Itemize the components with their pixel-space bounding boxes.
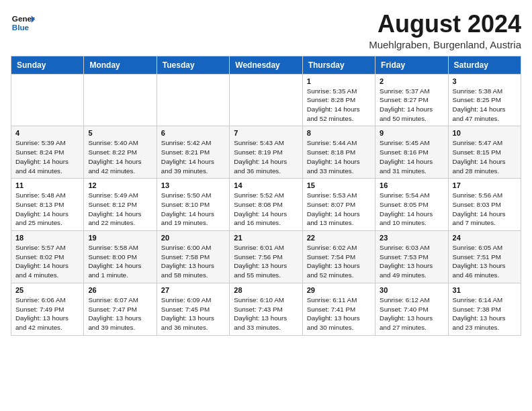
day-cell bbox=[11, 74, 84, 126]
title-block: August 2024 Muehlgraben, Burgenland, Aus… bbox=[369, 11, 521, 50]
day-number: 31 bbox=[453, 286, 517, 294]
day-info: Sunrise: 5:54 AM Sunset: 8:05 PM Dayligh… bbox=[380, 191, 443, 228]
weekday-header-thursday: Thursday bbox=[302, 56, 375, 74]
day-number: 7 bbox=[234, 129, 298, 137]
day-info: Sunrise: 5:56 AM Sunset: 8:03 PM Dayligh… bbox=[453, 191, 517, 228]
day-cell: 1Sunrise: 5:35 AM Sunset: 8:28 PM Daylig… bbox=[302, 74, 375, 126]
week-row-2: 4Sunrise: 5:39 AM Sunset: 8:24 PM Daylig… bbox=[11, 126, 521, 179]
day-number: 22 bbox=[307, 234, 371, 242]
day-cell: 14Sunrise: 5:52 AM Sunset: 8:08 PM Dayli… bbox=[230, 179, 302, 231]
day-info: Sunrise: 6:01 AM Sunset: 7:56 PM Dayligh… bbox=[234, 243, 298, 280]
page-header: General Blue August 2024 Muehlgraben, Bu… bbox=[11, 11, 521, 50]
weekday-header-sunday: Sunday bbox=[11, 56, 84, 74]
week-row-3: 11Sunrise: 5:48 AM Sunset: 8:13 PM Dayli… bbox=[11, 179, 521, 231]
day-cell: 26Sunrise: 6:07 AM Sunset: 7:47 PM Dayli… bbox=[84, 283, 157, 335]
logo-icon: General Blue bbox=[11, 11, 35, 35]
day-number: 5 bbox=[88, 129, 152, 137]
day-info: Sunrise: 5:38 AM Sunset: 8:25 PM Dayligh… bbox=[453, 87, 517, 124]
day-cell: 7Sunrise: 5:43 AM Sunset: 8:19 PM Daylig… bbox=[230, 126, 302, 179]
day-cell: 30Sunrise: 6:12 AM Sunset: 7:40 PM Dayli… bbox=[375, 283, 448, 335]
day-info: Sunrise: 5:45 AM Sunset: 8:16 PM Dayligh… bbox=[380, 138, 443, 175]
day-number: 2 bbox=[380, 77, 443, 85]
day-cell: 6Sunrise: 5:42 AM Sunset: 8:21 PM Daylig… bbox=[157, 126, 229, 179]
day-number: 10 bbox=[453, 129, 517, 137]
day-number: 13 bbox=[161, 181, 225, 189]
day-cell: 15Sunrise: 5:53 AM Sunset: 8:07 PM Dayli… bbox=[302, 179, 375, 231]
day-cell: 28Sunrise: 6:10 AM Sunset: 7:43 PM Dayli… bbox=[230, 283, 302, 335]
day-cell: 5Sunrise: 5:40 AM Sunset: 8:22 PM Daylig… bbox=[84, 126, 157, 179]
day-number: 6 bbox=[161, 129, 225, 137]
day-cell: 17Sunrise: 5:56 AM Sunset: 8:03 PM Dayli… bbox=[448, 179, 521, 231]
logo: General Blue bbox=[11, 11, 35, 35]
day-number: 1 bbox=[307, 77, 371, 85]
day-info: Sunrise: 6:14 AM Sunset: 7:38 PM Dayligh… bbox=[453, 295, 517, 332]
day-info: Sunrise: 6:07 AM Sunset: 7:47 PM Dayligh… bbox=[88, 295, 152, 332]
week-row-1: 1Sunrise: 5:35 AM Sunset: 8:28 PM Daylig… bbox=[11, 74, 521, 126]
day-cell: 9Sunrise: 5:45 AM Sunset: 8:16 PM Daylig… bbox=[375, 126, 448, 179]
day-info: Sunrise: 5:40 AM Sunset: 8:22 PM Dayligh… bbox=[88, 138, 152, 175]
day-cell: 22Sunrise: 6:02 AM Sunset: 7:54 PM Dayli… bbox=[302, 231, 375, 283]
day-info: Sunrise: 5:39 AM Sunset: 8:24 PM Dayligh… bbox=[15, 138, 79, 175]
day-number: 29 bbox=[307, 286, 371, 294]
day-info: Sunrise: 5:57 AM Sunset: 8:02 PM Dayligh… bbox=[15, 243, 79, 280]
day-info: Sunrise: 6:06 AM Sunset: 7:49 PM Dayligh… bbox=[15, 295, 79, 332]
day-cell: 16Sunrise: 5:54 AM Sunset: 8:05 PM Dayli… bbox=[375, 179, 448, 231]
day-cell: 12Sunrise: 5:49 AM Sunset: 8:12 PM Dayli… bbox=[84, 179, 157, 231]
weekday-header-wednesday: Wednesday bbox=[230, 56, 302, 74]
day-number: 25 bbox=[15, 286, 79, 294]
day-info: Sunrise: 6:12 AM Sunset: 7:40 PM Dayligh… bbox=[380, 295, 443, 332]
week-row-5: 25Sunrise: 6:06 AM Sunset: 7:49 PM Dayli… bbox=[11, 283, 521, 335]
day-cell: 27Sunrise: 6:09 AM Sunset: 7:45 PM Dayli… bbox=[157, 283, 229, 335]
location-title: Muehlgraben, Burgenland, Austria bbox=[369, 39, 521, 50]
day-number: 4 bbox=[15, 129, 79, 137]
day-info: Sunrise: 6:00 AM Sunset: 7:58 PM Dayligh… bbox=[161, 243, 225, 280]
day-cell: 25Sunrise: 6:06 AM Sunset: 7:49 PM Dayli… bbox=[11, 283, 84, 335]
day-info: Sunrise: 5:37 AM Sunset: 8:27 PM Dayligh… bbox=[380, 87, 443, 124]
day-number: 28 bbox=[234, 286, 298, 294]
svg-text:Blue: Blue bbox=[12, 23, 30, 32]
day-cell: 10Sunrise: 5:47 AM Sunset: 8:15 PM Dayli… bbox=[448, 126, 521, 179]
week-row-4: 18Sunrise: 5:57 AM Sunset: 8:02 PM Dayli… bbox=[11, 231, 521, 283]
day-cell: 8Sunrise: 5:44 AM Sunset: 8:18 PM Daylig… bbox=[302, 126, 375, 179]
day-info: Sunrise: 5:44 AM Sunset: 8:18 PM Dayligh… bbox=[307, 138, 371, 175]
weekday-header-tuesday: Tuesday bbox=[157, 56, 229, 74]
day-info: Sunrise: 5:42 AM Sunset: 8:21 PM Dayligh… bbox=[161, 138, 225, 175]
day-info: Sunrise: 5:35 AM Sunset: 8:28 PM Dayligh… bbox=[307, 87, 371, 124]
day-number: 30 bbox=[380, 286, 443, 294]
weekday-header-row: SundayMondayTuesdayWednesdayThursdayFrid… bbox=[11, 56, 521, 74]
day-number: 14 bbox=[234, 181, 298, 189]
day-number: 24 bbox=[453, 234, 517, 242]
day-cell: 4Sunrise: 5:39 AM Sunset: 8:24 PM Daylig… bbox=[11, 126, 84, 179]
day-info: Sunrise: 5:47 AM Sunset: 8:15 PM Dayligh… bbox=[453, 138, 517, 175]
day-number: 11 bbox=[15, 181, 79, 189]
day-info: Sunrise: 6:05 AM Sunset: 7:51 PM Dayligh… bbox=[453, 243, 517, 280]
day-cell: 24Sunrise: 6:05 AM Sunset: 7:51 PM Dayli… bbox=[448, 231, 521, 283]
day-cell: 18Sunrise: 5:57 AM Sunset: 8:02 PM Dayli… bbox=[11, 231, 84, 283]
day-cell: 2Sunrise: 5:37 AM Sunset: 8:27 PM Daylig… bbox=[375, 74, 448, 126]
day-cell bbox=[84, 74, 157, 126]
day-number: 9 bbox=[380, 129, 443, 137]
calendar-table: SundayMondayTuesdayWednesdayThursdayFrid… bbox=[11, 56, 521, 336]
day-info: Sunrise: 5:53 AM Sunset: 8:07 PM Dayligh… bbox=[307, 191, 371, 228]
day-number: 16 bbox=[380, 181, 443, 189]
day-number: 21 bbox=[234, 234, 298, 242]
weekday-header-saturday: Saturday bbox=[448, 56, 521, 74]
day-info: Sunrise: 5:50 AM Sunset: 8:10 PM Dayligh… bbox=[161, 191, 225, 228]
day-info: Sunrise: 5:48 AM Sunset: 8:13 PM Dayligh… bbox=[15, 191, 79, 228]
day-number: 15 bbox=[307, 181, 371, 189]
day-cell: 11Sunrise: 5:48 AM Sunset: 8:13 PM Dayli… bbox=[11, 179, 84, 231]
day-cell: 20Sunrise: 6:00 AM Sunset: 7:58 PM Dayli… bbox=[157, 231, 229, 283]
day-cell: 19Sunrise: 5:58 AM Sunset: 8:00 PM Dayli… bbox=[84, 231, 157, 283]
day-cell: 31Sunrise: 6:14 AM Sunset: 7:38 PM Dayli… bbox=[448, 283, 521, 335]
day-cell: 13Sunrise: 5:50 AM Sunset: 8:10 PM Dayli… bbox=[157, 179, 229, 231]
day-cell: 21Sunrise: 6:01 AM Sunset: 7:56 PM Dayli… bbox=[230, 231, 302, 283]
day-number: 8 bbox=[307, 129, 371, 137]
day-info: Sunrise: 6:10 AM Sunset: 7:43 PM Dayligh… bbox=[234, 295, 298, 332]
day-info: Sunrise: 6:11 AM Sunset: 7:41 PM Dayligh… bbox=[307, 295, 371, 332]
day-cell: 3Sunrise: 5:38 AM Sunset: 8:25 PM Daylig… bbox=[448, 74, 521, 126]
day-info: Sunrise: 6:03 AM Sunset: 7:53 PM Dayligh… bbox=[380, 243, 443, 280]
day-info: Sunrise: 5:52 AM Sunset: 8:08 PM Dayligh… bbox=[234, 191, 298, 228]
day-info: Sunrise: 5:58 AM Sunset: 8:00 PM Dayligh… bbox=[88, 243, 152, 280]
day-cell bbox=[157, 74, 229, 126]
day-number: 3 bbox=[453, 77, 517, 85]
